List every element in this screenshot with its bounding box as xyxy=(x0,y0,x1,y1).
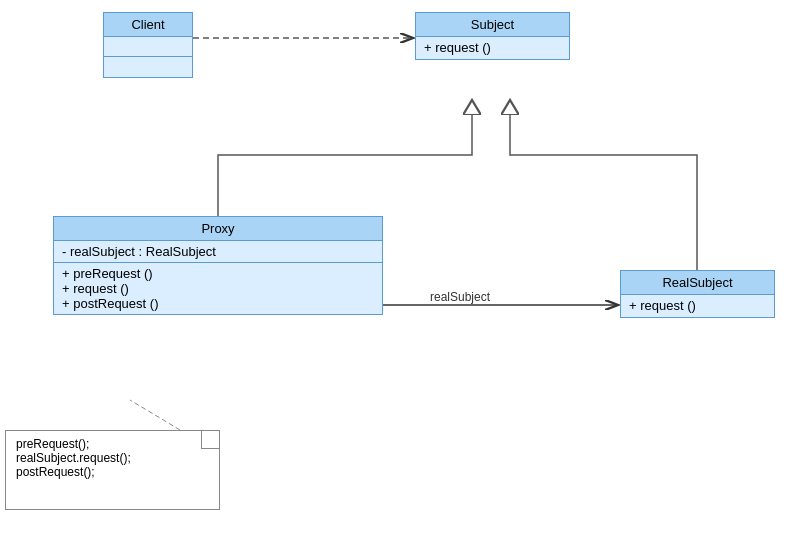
note-line-1: preRequest(); xyxy=(16,437,209,451)
note-line-3: postRequest(); xyxy=(16,465,209,479)
proxy-method-3: + postRequest () xyxy=(62,296,374,311)
subject-class-header: Subject xyxy=(416,13,569,37)
note-box: preRequest(); realSubject.request(); pos… xyxy=(5,430,220,510)
proxy-inherits-subject-arrow xyxy=(218,100,472,216)
uml-diagram: Client Subject + request () Proxy - real… xyxy=(0,0,799,554)
client-class: Client xyxy=(103,12,193,78)
proxy-attr-1: - realSubject : RealSubject xyxy=(62,244,374,259)
realsubject-label: realSubject xyxy=(430,290,490,304)
note-line-2: realSubject.request(); xyxy=(16,451,209,465)
client-methods xyxy=(104,57,192,77)
subject-class: Subject + request () xyxy=(415,12,570,60)
client-attributes xyxy=(104,37,192,57)
client-class-header: Client xyxy=(104,13,192,37)
proxy-method-2: + request () xyxy=(62,281,374,296)
proxy-attributes: - realSubject : RealSubject xyxy=(54,241,382,263)
note-corner xyxy=(201,431,219,449)
proxy-method-1: + preRequest () xyxy=(62,266,374,281)
proxy-methods: + preRequest () + request () + postReque… xyxy=(54,263,382,314)
proxy-class: Proxy - realSubject : RealSubject + preR… xyxy=(53,216,383,315)
realsubject-methods: + request () xyxy=(621,295,774,317)
realsubject-class-header: RealSubject xyxy=(621,271,774,295)
realsubject-inherits-subject-arrow xyxy=(510,100,697,270)
subject-method-1: + request () xyxy=(424,40,561,55)
realsubject-class: RealSubject + request () xyxy=(620,270,775,318)
note-to-proxy-line xyxy=(130,400,180,430)
realsubject-method-1: + request () xyxy=(629,298,766,313)
proxy-class-header: Proxy xyxy=(54,217,382,241)
subject-methods: + request () xyxy=(416,37,569,59)
